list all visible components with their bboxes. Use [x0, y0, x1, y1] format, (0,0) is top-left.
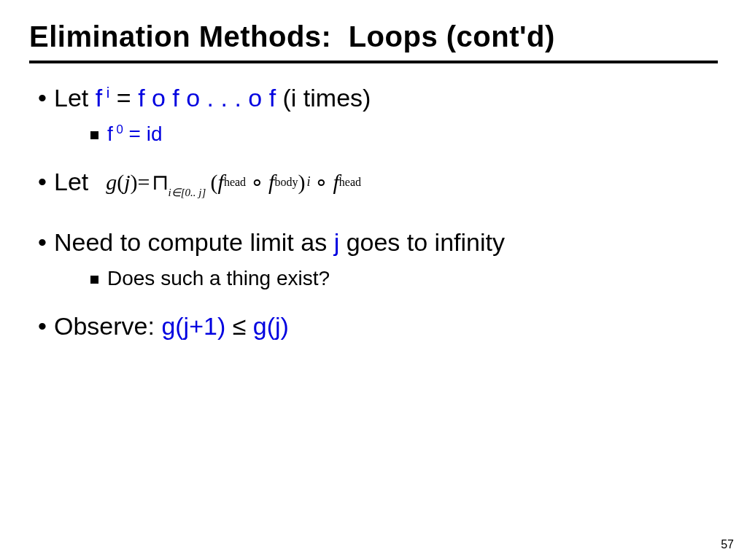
cap-sub: i∈[0.. j]	[169, 186, 206, 199]
bullet-f0-id: f 0 = id	[29, 122, 718, 146]
f-var: f	[96, 84, 102, 112]
g: g	[106, 170, 117, 195]
limit-pre: Need to compute limit as	[54, 228, 334, 256]
limit-post: goes to infinity	[339, 228, 505, 256]
tail: (i times)	[283, 84, 371, 112]
circ2: ∘	[314, 169, 328, 195]
j: j	[124, 170, 130, 195]
circ1: ∘	[250, 169, 264, 195]
sup-i: i	[102, 85, 109, 101]
slide-title: Elimination Methods: Loops (cont'd)	[29, 20, 718, 53]
body-sub: body	[274, 176, 298, 189]
eq: =	[109, 84, 138, 112]
observe-rhs: g(j)	[253, 312, 289, 340]
observe-pre: Observe:	[54, 312, 161, 340]
head-sub2: head	[339, 176, 361, 189]
observe-le: ≤	[225, 312, 253, 340]
square-bullet-icon	[90, 131, 98, 139]
head-sub: head	[224, 176, 246, 189]
fhead: f	[218, 170, 224, 195]
lp2: (	[211, 170, 218, 195]
bullet-exist: Does such a thing exist?	[29, 267, 718, 290]
rhs: f o f o . . . o f	[138, 84, 282, 112]
let2: Let	[54, 168, 88, 195]
bullet-observe: •Observe: g(j+1) ≤ g(j)	[29, 312, 718, 341]
rp: )	[131, 170, 138, 195]
page-number: 57	[721, 538, 734, 551]
fbody: f	[268, 170, 274, 195]
f0-sup: 0	[113, 122, 123, 136]
sup-i2: i	[306, 174, 310, 190]
rp2: )	[298, 170, 305, 195]
f0-f: f	[107, 122, 113, 145]
bullet-limit: •Need to compute limit as j goes to infi…	[29, 228, 718, 257]
exist-text: Does such a thing exist?	[107, 267, 330, 289]
meet-operator: ⊓i∈[0.. j]	[152, 169, 169, 195]
bullet-let-g: •Let g(j) = ⊓i∈[0.. j](fhead∘fbody)i∘fhe…	[29, 168, 718, 196]
square-bullet-icon	[90, 276, 98, 284]
title-rule	[29, 61, 718, 63]
bullet-let-fi: •Let f i = f o f o . . . o f (i times)	[29, 84, 718, 112]
eq2: =	[138, 170, 150, 195]
observe-lhs: g(j+1)	[161, 312, 225, 340]
fhead2: f	[333, 170, 338, 195]
f0-eq: = id	[123, 122, 163, 145]
let-word: Let	[54, 84, 96, 112]
lp: (	[117, 170, 124, 195]
g-formula: g(j) = ⊓i∈[0.. j](fhead∘fbody)i∘fhead	[106, 169, 361, 195]
cap-icon: ⊓	[152, 170, 169, 194]
